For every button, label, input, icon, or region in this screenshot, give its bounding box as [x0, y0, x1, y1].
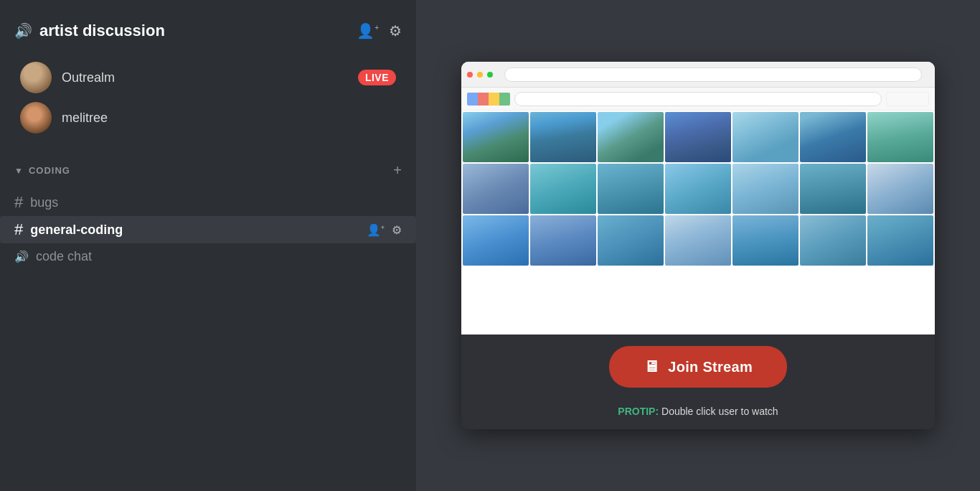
thumbnail — [800, 112, 866, 162]
protip-row: PROTIP: Double click user to watch — [461, 399, 935, 429]
category-label-area[interactable]: ▼ CODING — [14, 165, 70, 176]
protip-text: PROTIP: Double click user to watch — [618, 406, 778, 417]
voice-channel-name: artist discussion — [39, 22, 165, 40]
thumbnail — [867, 215, 933, 266]
channel-name: general-coding — [30, 223, 359, 238]
thumbnail — [732, 112, 798, 162]
browser-minimize-dot — [477, 72, 483, 78]
add-channel-button[interactable]: + — [393, 162, 402, 179]
settings-icon[interactable]: ⚙ — [389, 22, 402, 39]
voice-channel-actions: 👤+ ⚙ — [357, 22, 402, 39]
thumbnail — [867, 112, 933, 162]
thumbnail — [463, 164, 529, 214]
channel-item-bugs[interactable]: # bugs — [0, 189, 416, 216]
monitor-icon: 🖥 — [644, 357, 659, 376]
voice-channel-title-area: 🔊 artist discussion — [14, 22, 165, 40]
right-panel: 🖥 Join Stream PROTIP: Double click user … — [416, 0, 980, 491]
sidebar: 🔊 artist discussion 👤+ ⚙ Outrealm LIVE m… — [0, 0, 416, 491]
category-name: CODING — [29, 165, 70, 176]
stream-bottom-bar: 🖥 Join Stream — [461, 335, 935, 399]
browser-maximize-dot — [487, 72, 493, 78]
thumbnail — [530, 164, 596, 214]
browser-address-bar — [504, 67, 922, 82]
stream-preview — [461, 62, 935, 335]
voice-user-item[interactable]: melitree — [14, 98, 402, 138]
speaker-icon: 🔊 — [14, 250, 29, 263]
user-name: melitree — [62, 111, 396, 126]
channel-item-general-coding[interactable]: # general-coding 👤+ ⚙ — [0, 216, 416, 243]
thumbnail — [800, 215, 866, 266]
thumbnail — [530, 215, 596, 266]
thumbnail — [800, 164, 866, 214]
thumbnail — [530, 112, 596, 162]
thumbnail — [665, 215, 731, 266]
channel-name: code chat — [36, 249, 402, 264]
hash-icon: # — [14, 195, 23, 210]
join-stream-button[interactable]: 🖥 Join Stream — [609, 346, 787, 388]
thumbnail — [665, 112, 731, 162]
user-name: Outrealm — [62, 70, 348, 85]
browser-chrome — [461, 62, 935, 88]
category-coding: ▼ CODING + — [0, 155, 416, 186]
protip-message: Double click user to watch — [659, 406, 778, 417]
thumbnail — [598, 215, 664, 266]
channel-actions: 👤+ ⚙ — [367, 223, 402, 237]
channel-item-code-chat[interactable]: 🔊 code chat — [0, 243, 416, 270]
thumbnail — [732, 164, 798, 214]
voice-channel-header: 🔊 artist discussion 👤+ ⚙ — [0, 14, 416, 47]
speaker-icon: 🔊 — [14, 22, 32, 39]
image-grid — [461, 111, 935, 267]
chevron-down-icon: ▼ — [14, 166, 23, 176]
thumbnail — [598, 112, 664, 162]
hash-icon: # — [14, 222, 23, 238]
browser-search-bar — [514, 92, 882, 106]
thumbnail — [732, 215, 798, 266]
add-user-icon[interactable]: 👤+ — [357, 22, 379, 39]
thumbnail — [665, 164, 731, 214]
stream-card: 🖥 Join Stream PROTIP: Double click user … — [461, 62, 935, 429]
thumbnail — [463, 112, 529, 162]
voice-users-list: Outrealm LIVE melitree — [0, 55, 416, 141]
channel-name: bugs — [30, 195, 402, 210]
thumbnail — [463, 215, 529, 266]
thumbnail — [598, 164, 664, 214]
browser-logo — [467, 93, 510, 106]
browser-topbar — [461, 88, 935, 111]
browser-close-dot — [467, 72, 473, 78]
avatar — [20, 102, 52, 134]
invite-icon[interactable]: 👤+ — [367, 223, 385, 237]
voice-user-item[interactable]: Outrealm LIVE — [14, 57, 402, 98]
browser-nav-area — [886, 92, 929, 106]
settings-icon[interactable]: ⚙ — [392, 223, 402, 237]
join-stream-label: Join Stream — [668, 359, 753, 375]
protip-keyword: PROTIP: — [618, 406, 659, 417]
avatar — [20, 62, 52, 93]
thumbnail — [867, 164, 933, 214]
live-badge: LIVE — [358, 70, 396, 85]
